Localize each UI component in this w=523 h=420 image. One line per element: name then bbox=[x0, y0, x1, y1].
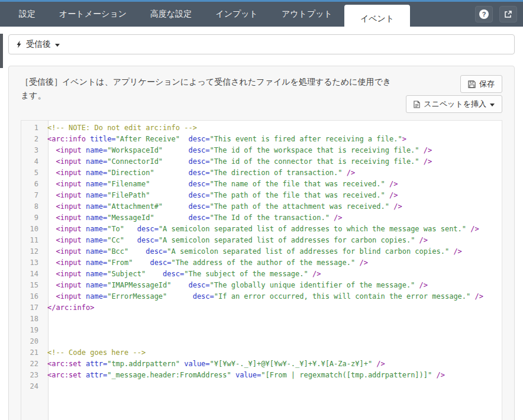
line-code: </arc:info> bbox=[44, 302, 94, 314]
code-line[interactable]: 12 <input name="Bcc" desc="A semicolon s… bbox=[21, 246, 502, 257]
line-code bbox=[44, 381, 47, 392]
event-selector-button[interactable]: 受信後 bbox=[8, 34, 515, 54]
code-line[interactable]: 15 <input name="IMAPMessageId" desc="The… bbox=[21, 280, 502, 291]
code-line[interactable]: 20 bbox=[21, 336, 502, 347]
line-number: 19 bbox=[21, 325, 44, 336]
tab-settings[interactable]: 設定 bbox=[7, 2, 47, 27]
line-code: <input name="Cc" desc="A semicolon separ… bbox=[44, 235, 428, 246]
line-code: <input name="IMAPMessageId" desc="The gl… bbox=[44, 280, 428, 291]
line-number: 5 bbox=[21, 167, 44, 179]
help-button[interactable]: ? bbox=[475, 6, 493, 22]
line-code: <input name="Filename" desc="The name of… bbox=[44, 179, 398, 190]
code-line[interactable]: 14 <input name="Subject" desc="The subje… bbox=[21, 269, 502, 280]
line-code: <input name="From" desc="The address of … bbox=[44, 257, 368, 269]
code-editor[interactable]: 1<!-- NOTE: Do not edit arc:info -->2<ar… bbox=[21, 120, 502, 420]
code-lines: 1<!-- NOTE: Do not edit arc:info -->2<ar… bbox=[21, 121, 502, 392]
line-code: <input name="Attachment#" desc="The path… bbox=[44, 201, 402, 212]
line-number: 20 bbox=[21, 336, 44, 347]
left-edge-strip bbox=[0, 34, 3, 68]
line-code: <input name="Bcc" desc="A semicolon sepa… bbox=[44, 246, 462, 257]
line-code: <!-- Code goes here --> bbox=[44, 347, 146, 358]
code-line[interactable]: 23<arc:set attr="_message.header:FromAdd… bbox=[21, 370, 502, 381]
line-number: 1 bbox=[21, 122, 44, 134]
line-code: <input name="Subject" desc="The subject … bbox=[44, 269, 321, 280]
line-number: 17 bbox=[21, 302, 44, 314]
tab-advanced-settings[interactable]: 高度な設定 bbox=[138, 2, 204, 27]
line-number: 21 bbox=[21, 347, 44, 358]
line-code: <input name="To" desc="A semicolon separ… bbox=[44, 224, 479, 235]
line-code: <arc:info title="After Receive" desc="Th… bbox=[44, 134, 406, 145]
line-code: <input name="FilePath" desc="The path of… bbox=[44, 190, 398, 201]
line-number: 14 bbox=[21, 269, 44, 280]
code-line[interactable]: 17</arc:info> bbox=[21, 302, 502, 314]
line-number: 13 bbox=[21, 257, 44, 269]
event-description-line1: ［受信後］イベントは、アプリケーションによって受信されたファイルを処理するために… bbox=[21, 75, 399, 89]
code-line[interactable]: 7 <input name="FilePath" desc="The path … bbox=[21, 190, 502, 201]
line-code: <arc:set attr="_message.header:FromAddre… bbox=[44, 370, 445, 381]
code-line[interactable]: 10 <input name="To" desc="A semicolon se… bbox=[21, 224, 502, 235]
line-code bbox=[44, 314, 47, 325]
event-description: ［受信後］イベントは、アプリケーションによって受信されたファイルを処理するために… bbox=[21, 75, 399, 113]
code-line[interactable]: 22<arc:set attr="tmp.addrpattern" value=… bbox=[21, 358, 502, 370]
insert-snippet-button[interactable]: スニペットを挿入 bbox=[406, 95, 502, 113]
code-line[interactable]: 3 <input name="WorkspaceId" desc="The id… bbox=[21, 145, 502, 156]
line-number: 3 bbox=[21, 145, 44, 156]
tab-input[interactable]: インプット bbox=[204, 2, 270, 27]
event-panel: ［受信後］イベントは、アプリケーションによって受信されたファイルを処理するために… bbox=[8, 66, 515, 420]
code-line[interactable]: 16 <input name="ErrorMessage" desc="If a… bbox=[21, 291, 502, 302]
code-line[interactable]: 9 <input name="MessageId" desc="The Id o… bbox=[21, 212, 502, 224]
line-number: 18 bbox=[21, 314, 44, 325]
line-number: 4 bbox=[21, 156, 44, 167]
topbar-icon-group: ? bbox=[475, 6, 523, 22]
line-code: <input name="ErrorMessage" desc="If an e… bbox=[44, 291, 483, 302]
tab-events[interactable]: イベント bbox=[344, 5, 410, 33]
line-code: <input name="MessageId" desc="The Id of … bbox=[44, 212, 343, 224]
line-code: <input name="Direction" desc="The direct… bbox=[44, 167, 355, 179]
line-number: 24 bbox=[21, 381, 44, 392]
line-number: 6 bbox=[21, 179, 44, 190]
line-number: 9 bbox=[21, 212, 44, 224]
line-number: 15 bbox=[21, 280, 44, 291]
external-link-icon bbox=[504, 10, 512, 18]
save-button[interactable]: 保存 bbox=[460, 75, 502, 93]
app-window: 設定 オートメーション 高度な設定 インプット アウトプット イベント ? bbox=[0, 0, 523, 420]
line-code: <input name="WorkspaceId" desc="The id o… bbox=[44, 145, 432, 156]
line-code: <!-- NOTE: Do not edit arc:info --> bbox=[44, 122, 197, 134]
line-code: <input name="ConnectorId" desc="The id o… bbox=[44, 156, 432, 167]
line-number: 11 bbox=[21, 235, 44, 246]
code-line[interactable]: 1<!-- NOTE: Do not edit arc:info --> bbox=[21, 122, 502, 134]
code-line[interactable]: 4 <input name="ConnectorId" desc="The id… bbox=[21, 156, 502, 167]
code-line[interactable]: 13 <input name="From" desc="The address … bbox=[21, 257, 502, 269]
code-line[interactable]: 6 <input name="Filename" desc="The name … bbox=[21, 179, 502, 190]
line-number: 2 bbox=[21, 134, 44, 145]
caret-down-icon bbox=[490, 104, 495, 106]
event-selector-label: 受信後 bbox=[26, 39, 51, 50]
line-number: 8 bbox=[21, 201, 44, 212]
line-number: 7 bbox=[21, 190, 44, 201]
code-line[interactable]: 21<!-- Code goes here --> bbox=[21, 347, 502, 358]
line-code bbox=[44, 336, 47, 347]
code-line[interactable]: 8 <input name="Attachment#" desc="The pa… bbox=[21, 201, 502, 212]
code-line[interactable]: 19 bbox=[21, 325, 502, 336]
line-number: 16 bbox=[21, 291, 44, 302]
open-external-button[interactable] bbox=[499, 6, 517, 22]
code-line[interactable]: 5 <input name="Direction" desc="The dire… bbox=[21, 167, 502, 179]
code-line[interactable]: 11 <input name="Cc" desc="A semicolon se… bbox=[21, 235, 502, 246]
tab-output[interactable]: アウトプット bbox=[270, 2, 344, 27]
line-code bbox=[44, 325, 47, 336]
lightning-bolt-icon bbox=[17, 40, 22, 49]
event-description-line2: ます。 bbox=[21, 89, 399, 102]
line-code: <arc:set attr="tmp.addrpattern" value="¥… bbox=[44, 358, 385, 370]
snippet-document-icon bbox=[414, 101, 420, 108]
floppy-disk-icon bbox=[468, 80, 476, 88]
question-circle-icon: ? bbox=[479, 9, 489, 19]
code-line[interactable]: 24 bbox=[21, 381, 502, 392]
panel-header: ［受信後］イベントは、アプリケーションによって受信されたファイルを処理するために… bbox=[21, 75, 502, 113]
code-line[interactable]: 2<arc:info title="After Receive" desc="T… bbox=[21, 134, 502, 145]
line-number: 23 bbox=[21, 370, 44, 381]
panel-buttons: 保存 スニペットを挿入 bbox=[406, 75, 502, 113]
caret-down-icon bbox=[55, 44, 60, 47]
code-line[interactable]: 18 bbox=[21, 314, 502, 325]
tab-automation[interactable]: オートメーション bbox=[47, 2, 138, 27]
line-number: 12 bbox=[21, 246, 44, 257]
